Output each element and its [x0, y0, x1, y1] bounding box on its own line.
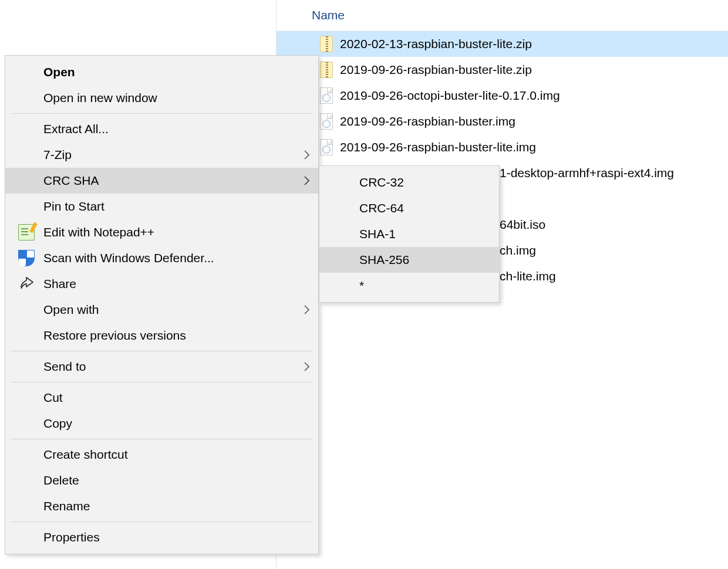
menu-separator	[11, 439, 312, 439]
zip-icon	[320, 62, 333, 78]
menu-label: Scan with Windows Defender...	[43, 251, 214, 265]
share-icon	[18, 276, 35, 292]
menu-copy[interactable]: Copy	[5, 411, 318, 436]
menu-open-new-window[interactable]: Open in new window	[5, 85, 318, 111]
menu-label: SHA-256	[359, 253, 409, 267]
crc-sha-submenu: CRC-32 CRC-64 SHA-1 SHA-256 *	[319, 165, 500, 303]
menu-label: Send to	[43, 360, 86, 374]
menu-label: Share	[43, 277, 76, 291]
menu-label: Cut	[43, 391, 63, 405]
file-row[interactable]: 2019-09-26-raspbian-buster-lite.zip	[277, 57, 728, 83]
menu-cut[interactable]: Cut	[5, 385, 318, 411]
file-row[interactable]: 2020-02-13-raspbian-buster-lite.zip	[277, 31, 728, 57]
menu-label: CRC-64	[359, 201, 404, 215]
menu-label: Restore previous versions	[43, 328, 186, 343]
menu-label: SHA-1	[359, 227, 396, 241]
menu-delete[interactable]: Delete	[5, 468, 318, 493]
menu-label: CRC SHA	[43, 174, 99, 188]
file-name-label: 2019-09-26-raspbian-buster-lite.img	[320, 140, 536, 154]
submenu-crc32[interactable]: CRC-32	[319, 170, 499, 195]
chevron-right-icon	[304, 305, 310, 314]
menu-share[interactable]: Share	[5, 271, 318, 297]
menu-label: Open with	[43, 303, 99, 317]
menu-label: Pin to Start	[43, 199, 105, 214]
notepadpp-icon	[18, 224, 35, 241]
menu-restore-previous-versions[interactable]: Restore previous versions	[5, 323, 318, 348]
submenu-sha256[interactable]: SHA-256	[319, 247, 499, 273]
menu-rename[interactable]: Rename	[5, 493, 318, 519]
menu-label: Delete	[43, 473, 79, 487]
menu-label: CRC-32	[359, 175, 404, 189]
context-menu: Open Open in new window Extract All... 7…	[5, 55, 319, 554]
menu-7zip[interactable]: 7-Zip	[5, 142, 318, 168]
file-row[interactable]: 2019-09-26-raspbian-buster.img	[277, 109, 728, 134]
menu-scan-defender[interactable]: Scan with Windows Defender...	[5, 245, 318, 271]
menu-pin-to-start[interactable]: Pin to Start	[5, 194, 318, 219]
menu-label: Extract All...	[43, 122, 109, 136]
file-name-label: 64bit.iso	[500, 218, 545, 232]
file-name-label: 1-desktop-armhf+raspi-ext4.img	[500, 166, 674, 180]
menu-label: Copy	[43, 416, 72, 431]
menu-label: 7-Zip	[43, 148, 72, 162]
menu-label: Open	[43, 65, 75, 79]
menu-extract-all[interactable]: Extract All...	[5, 116, 318, 142]
file-name-label: ch.img	[500, 243, 536, 258]
menu-label: Create shortcut	[43, 448, 128, 462]
column-header-name[interactable]: Name	[277, 0, 728, 31]
zip-icon	[320, 36, 333, 52]
chevron-right-icon	[304, 176, 310, 185]
menu-separator	[11, 521, 312, 522]
file-row[interactable]: 2019-09-26-raspbian-buster-lite.img	[277, 134, 728, 160]
file-row[interactable]: 2019-09-26-octopi-buster-lite-0.17.0.img	[277, 83, 728, 109]
disc-image-icon	[320, 87, 333, 104]
chevron-right-icon	[304, 362, 310, 371]
menu-label: *	[359, 279, 364, 293]
disc-image-icon	[320, 113, 333, 130]
menu-crc-sha[interactable]: CRC SHA	[5, 168, 318, 194]
menu-send-to[interactable]: Send to	[5, 354, 318, 380]
menu-label: Open in new window	[43, 91, 157, 105]
menu-properties[interactable]: Properties	[5, 524, 318, 550]
menu-separator	[11, 351, 312, 351]
file-name-label: 2019-09-26-raspbian-buster-lite.zip	[320, 63, 532, 77]
file-name-label: 2020-02-13-raspbian-buster-lite.zip	[320, 37, 532, 51]
defender-shield-icon	[18, 250, 35, 266]
menu-edit-notepadpp[interactable]: Edit with Notepad++	[5, 219, 318, 245]
menu-separator	[11, 382, 312, 382]
submenu-sha1[interactable]: SHA-1	[319, 221, 499, 247]
menu-open-with[interactable]: Open with	[5, 297, 318, 323]
chevron-right-icon	[304, 150, 310, 160]
menu-separator	[11, 113, 312, 114]
submenu-crc64[interactable]: CRC-64	[319, 195, 499, 221]
menu-label: Properties	[43, 530, 100, 544]
menu-label: Edit with Notepad++	[43, 225, 154, 239]
submenu-star[interactable]: *	[319, 273, 499, 299]
menu-label: Rename	[43, 499, 90, 513]
menu-create-shortcut[interactable]: Create shortcut	[5, 442, 318, 468]
menu-open[interactable]: Open	[5, 59, 318, 85]
file-name-label: 2019-09-26-octopi-buster-lite-0.17.0.img	[320, 89, 560, 103]
file-name-label: 2019-09-26-raspbian-buster.img	[320, 114, 515, 128]
disc-image-icon	[320, 139, 333, 155]
file-name-label: ch-lite.img	[500, 269, 556, 283]
